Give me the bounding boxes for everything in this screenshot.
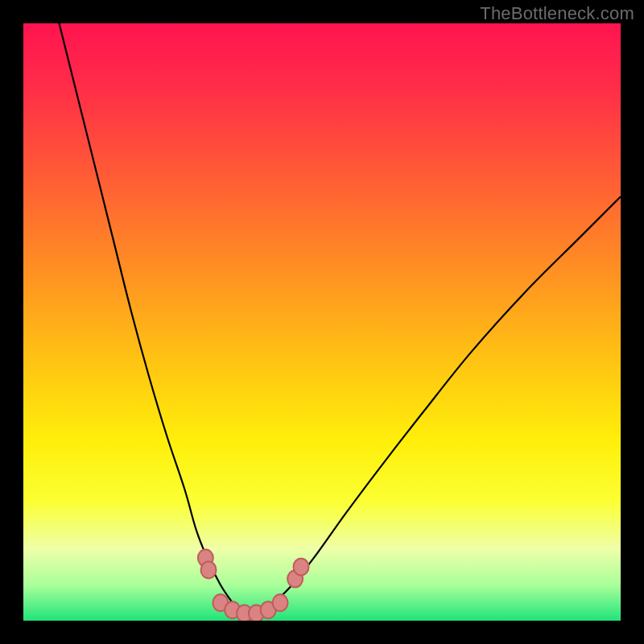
plot-area xyxy=(23,23,621,621)
background-gradient xyxy=(23,23,621,621)
svg-rect-0 xyxy=(23,23,621,621)
watermark-text: TheBottleneck.com xyxy=(480,3,634,24)
chart-frame: TheBottleneck.com xyxy=(0,0,644,644)
